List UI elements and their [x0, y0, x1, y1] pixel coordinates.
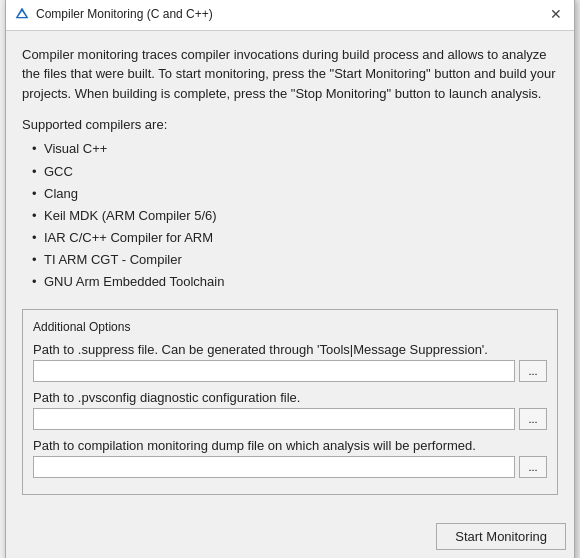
- pvs-studio-icon: [14, 6, 30, 22]
- field-block-suppress: Path to .suppress file. Can be generated…: [33, 342, 547, 382]
- field-input-dump[interactable]: [33, 456, 515, 478]
- supported-label: Supported compilers are:: [22, 117, 558, 132]
- compiler-list-item: Clang: [32, 183, 558, 205]
- compiler-list-item: Keil MDK (ARM Compiler 5/6): [32, 205, 558, 227]
- description-text: Compiler monitoring traces compiler invo…: [22, 45, 558, 104]
- compiler-list-item: Visual C++: [32, 138, 558, 160]
- field-input-pvsconfig[interactable]: [33, 408, 515, 430]
- window-title: Compiler Monitoring (C and C++): [36, 7, 546, 21]
- browse-button-suppress[interactable]: ...: [519, 360, 547, 382]
- start-monitoring-button[interactable]: Start Monitoring: [436, 523, 566, 550]
- options-legend: Additional Options: [33, 320, 547, 334]
- main-content: Compiler monitoring traces compiler invo…: [6, 31, 574, 519]
- compiler-list-item: GCC: [32, 161, 558, 183]
- field-label-dump: Path to compilation monitoring dump file…: [33, 438, 547, 453]
- field-row-pvsconfig: ...: [33, 408, 547, 430]
- footer: Start Monitoring: [6, 519, 574, 558]
- field-label-pvsconfig: Path to .pvsconfig diagnostic configurat…: [33, 390, 547, 405]
- compiler-list: Visual C++GCCClangKeil MDK (ARM Compiler…: [22, 138, 558, 293]
- close-button[interactable]: ✕: [546, 4, 566, 24]
- field-row-suppress: ...: [33, 360, 547, 382]
- compiler-monitoring-window: Compiler Monitoring (C and C++) ✕ Compil…: [5, 0, 575, 558]
- browse-button-pvsconfig[interactable]: ...: [519, 408, 547, 430]
- browse-button-dump[interactable]: ...: [519, 456, 547, 478]
- field-block-pvsconfig: Path to .pvsconfig diagnostic configurat…: [33, 390, 547, 430]
- field-input-suppress[interactable]: [33, 360, 515, 382]
- field-row-dump: ...: [33, 456, 547, 478]
- title-bar: Compiler Monitoring (C and C++) ✕: [6, 0, 574, 31]
- field-block-dump: Path to compilation monitoring dump file…: [33, 438, 547, 478]
- compiler-list-item: IAR C/C++ Compiler for ARM: [32, 227, 558, 249]
- compiler-list-item: TI ARM CGT - Compiler: [32, 249, 558, 271]
- field-label-suppress: Path to .suppress file. Can be generated…: [33, 342, 547, 357]
- compiler-list-item: GNU Arm Embedded Toolchain: [32, 271, 558, 293]
- additional-options-group: Additional Options Path to .suppress fil…: [22, 309, 558, 495]
